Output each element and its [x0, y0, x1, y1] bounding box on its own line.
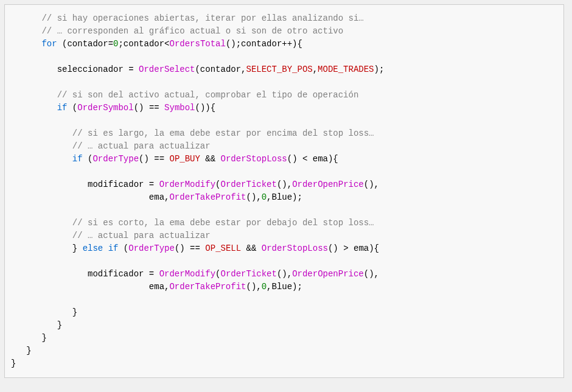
- code-text: ();contador++){: [226, 39, 302, 49]
- code-text: () ==: [139, 154, 169, 164]
- code-text: seleccionador =: [57, 65, 139, 74]
- comment-line: // si son del activo actual, comprobar e…: [57, 90, 359, 100]
- comment-line: // … actual para actualizar: [72, 141, 211, 151]
- func-call: OrderSymbol: [77, 103, 133, 113]
- func-call: OrderSelect: [139, 65, 195, 74]
- code-content: // si hay operaciones abiertas, iterar p…: [11, 12, 557, 370]
- func-call: OrdersTotal: [169, 39, 225, 49]
- indent: [11, 346, 26, 355]
- code-text: ,Blue);: [267, 282, 302, 292]
- keyword-else: else: [83, 243, 103, 253]
- code-text: (),: [277, 269, 292, 279]
- code-text: () ==: [175, 243, 205, 253]
- code-text: }: [72, 243, 83, 253]
- indent: [11, 13, 41, 23]
- indent: [11, 154, 72, 164]
- indent: [11, 90, 57, 100]
- func-call: OrderModify: [159, 180, 215, 189]
- keyword-for: for: [41, 39, 57, 49]
- code-text: (),: [246, 192, 261, 202]
- code-text: (: [118, 243, 128, 253]
- indent: [11, 282, 149, 292]
- indent: [11, 180, 88, 189]
- code-text: (: [83, 154, 93, 164]
- indent: [11, 141, 72, 151]
- comment-line: // … actual para actualizar: [72, 231, 211, 240]
- indent: [11, 128, 72, 138]
- close-brace: }: [57, 320, 62, 330]
- keyword-if: if: [72, 154, 83, 164]
- code-text: (),: [246, 282, 261, 292]
- comment-line: // si hay operaciones abiertas, iterar p…: [41, 13, 363, 23]
- func-call: OrderStopLoss: [262, 243, 328, 253]
- indent: [11, 269, 88, 279]
- indent: [11, 39, 41, 49]
- number-literal: 0: [262, 282, 267, 292]
- code-text: () > ema){: [328, 243, 379, 253]
- code-text: () ==: [134, 103, 164, 113]
- constant: SELECT_BY_POS: [246, 65, 312, 74]
- keyword-if: if: [57, 103, 68, 113]
- func-call: OrderOpenPrice: [292, 180, 364, 189]
- code-text: ema,: [149, 282, 170, 292]
- close-brace: }: [41, 333, 46, 343]
- func-call: OrderStopLoss: [221, 154, 287, 164]
- indent: [11, 103, 57, 113]
- indent: [11, 218, 72, 228]
- number-literal: 0: [262, 192, 267, 202]
- indent: [11, 231, 72, 240]
- code-text: (),: [364, 180, 379, 189]
- func-call: OrderModify: [159, 269, 215, 279]
- func-call: OrderOpenPrice: [292, 269, 364, 279]
- constant: OP_SELL: [205, 243, 241, 253]
- close-brace: }: [26, 346, 31, 355]
- func-call: OrderType: [128, 243, 175, 253]
- code-text: () < ema){: [287, 154, 338, 164]
- close-brace: }: [11, 359, 16, 368]
- comment-line: // … corresponden al gráfico actual o si…: [41, 26, 343, 36]
- indent: [11, 26, 41, 36]
- code-text: ,: [313, 65, 318, 74]
- code-text: (),: [277, 180, 292, 189]
- func-call: OrderTakeProfit: [169, 192, 246, 202]
- code-text: ;contador<: [118, 39, 169, 49]
- func-call: OrderType: [92, 154, 139, 164]
- code-text: (: [67, 103, 77, 113]
- code-text: modificador =: [88, 269, 159, 279]
- code-text: [103, 243, 108, 253]
- constant: OP_BUY: [170, 154, 200, 164]
- code-text: );: [374, 65, 385, 74]
- code-text: ema,: [149, 192, 170, 202]
- code-text: ()){: [195, 103, 216, 113]
- code-block: // si hay operaciones abiertas, iterar p…: [4, 4, 564, 378]
- code-text: &&: [241, 243, 262, 253]
- comment-line: // si es largo, la ema debe estar por en…: [72, 128, 374, 138]
- func-call: OrderTicket: [220, 180, 276, 189]
- func-call: OrderTakeProfit: [169, 282, 246, 292]
- code-text: &&: [200, 154, 221, 164]
- indent: [11, 243, 72, 253]
- indent: [11, 192, 149, 202]
- indent: [11, 333, 41, 343]
- comment-line: // si es corto, la ema debe estar por de…: [72, 218, 374, 228]
- keyword-if: if: [108, 243, 119, 253]
- code-text: (contador,: [195, 65, 246, 74]
- indent: [11, 65, 57, 74]
- code-text: (contador=: [57, 39, 113, 49]
- code-text: ,Blue);: [267, 192, 302, 202]
- code-text: modificador =: [88, 180, 159, 189]
- func-call: OrderTicket: [220, 269, 276, 279]
- close-brace: }: [72, 307, 77, 317]
- indent: [11, 320, 57, 330]
- indent: [11, 307, 72, 317]
- constant: MODE_TRADES: [318, 65, 374, 74]
- code-text: (),: [364, 269, 379, 279]
- func-call: Symbol: [164, 103, 195, 113]
